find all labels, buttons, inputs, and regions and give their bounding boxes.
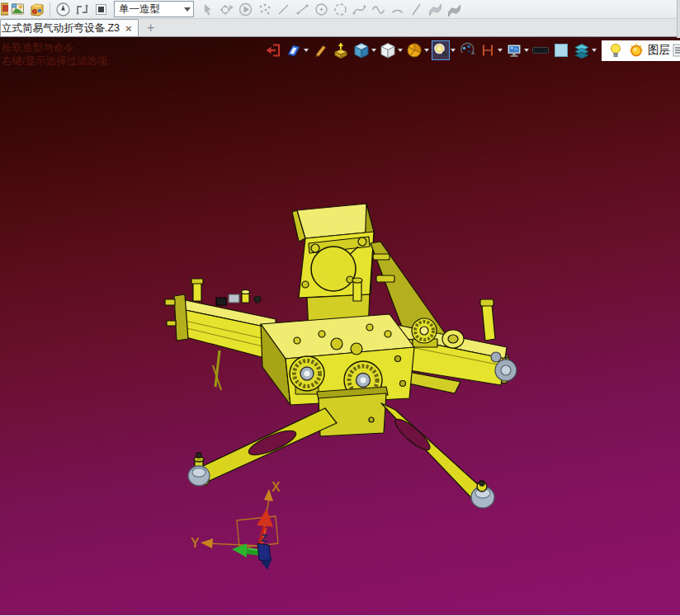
point-cloud-icon [255, 1, 273, 18]
document-tabbar: 立式简易气动折弯设备.Z3 × + [0, 19, 680, 37]
model-left-arm [165, 279, 276, 390]
stop-square-icon[interactable] [92, 1, 110, 18]
surface-b-icon [445, 1, 463, 18]
select-cursor-icon [198, 1, 216, 18]
surface-a-icon [426, 1, 444, 18]
curve-hooks-icon[interactable] [73, 1, 91, 18]
window-edge [677, 0, 680, 38]
circle-center-icon [312, 1, 330, 18]
quick-access-toolbar: 单一造型 [0, 0, 680, 19]
polyline-icon [293, 1, 311, 18]
arc-icon [388, 1, 406, 18]
app-fragment-icon[interactable] [1, 1, 8, 18]
save-file-icon[interactable] [28, 1, 46, 18]
triad-z-label: Z [261, 532, 267, 544]
compass-icon[interactable] [54, 1, 72, 18]
3d-viewport[interactable]: 拾取造型与命令. 右键/显示选择过滤选项. [0, 37, 680, 615]
triad-x-label: X [272, 480, 281, 494]
tab-label: 立式简易气动折弯设备.Z3 [2, 21, 120, 35]
mode-selector-value: 单一造型 [119, 2, 182, 16]
chevron-down-icon [184, 7, 191, 12]
play-circle-icon [236, 1, 254, 18]
circle-dashed-icon [331, 1, 349, 18]
mode-selector-dropdown[interactable]: 单一造型 [114, 1, 194, 17]
line-icon [274, 1, 292, 18]
spline-icon [350, 1, 368, 18]
wave-curve-icon [369, 1, 387, 18]
new-tab-button[interactable]: + [139, 19, 163, 36]
toolbar-separator [50, 2, 50, 16]
gear-run-icon [217, 1, 235, 18]
tab-active-document[interactable]: 立式简易气动折弯设备.Z3 × [0, 19, 139, 36]
tab-close-icon[interactable]: × [125, 23, 132, 34]
triad: X Y Z [191, 480, 281, 570]
model-3d-machine[interactable]: X Y Z [0, 37, 680, 615]
triad-y-label: Y [191, 536, 200, 550]
slash-line-icon [407, 1, 425, 18]
open-file-icon[interactable] [9, 1, 27, 18]
